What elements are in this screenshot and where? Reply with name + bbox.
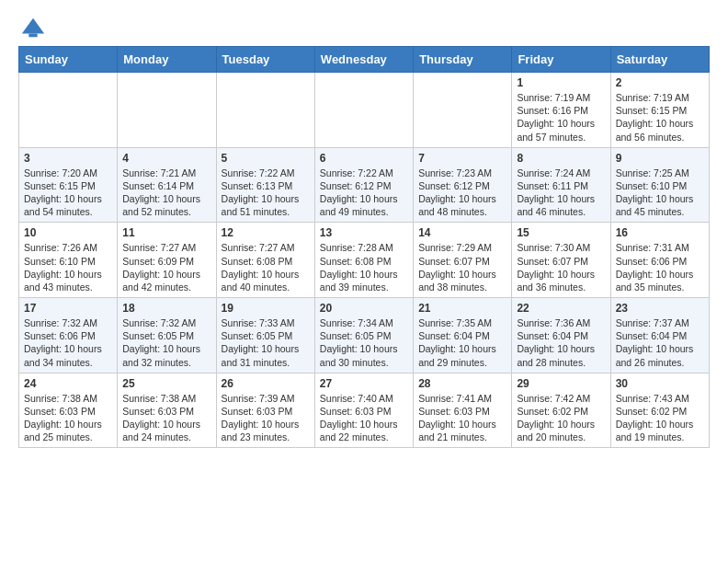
day-number: 14 [418, 226, 506, 239]
calendar-cell: 25Sunrise: 7:38 AMSunset: 6:03 PMDayligh… [118, 373, 216, 448]
calendar-cell: 16Sunrise: 7:31 AMSunset: 6:06 PMDayligh… [610, 223, 709, 298]
day-info: Sunrise: 7:28 AMSunset: 6:08 PMDaylight:… [320, 241, 408, 293]
calendar-cell [19, 73, 118, 148]
day-info: Sunrise: 7:27 AMSunset: 6:08 PMDaylight:… [222, 241, 310, 293]
calendar-cell: 15Sunrise: 7:30 AMSunset: 6:07 PMDayligh… [512, 223, 610, 298]
calendar-cell: 23Sunrise: 7:37 AMSunset: 6:04 PMDayligh… [610, 298, 709, 373]
day-number: 8 [517, 152, 605, 165]
calendar-cell: 9Sunrise: 7:25 AMSunset: 6:10 PMDaylight… [610, 147, 709, 223]
weekday-header-saturday: Saturday [610, 47, 709, 73]
day-number: 2 [616, 76, 704, 89]
calendar-cell: 30Sunrise: 7:43 AMSunset: 6:02 PMDayligh… [610, 373, 709, 448]
day-number: 6 [320, 152, 408, 165]
calendar-cell [216, 73, 314, 148]
day-info: Sunrise: 7:29 AMSunset: 6:07 PMDaylight:… [418, 241, 506, 293]
day-number: 26 [222, 377, 310, 390]
calendar-cell [414, 73, 512, 148]
calendar-cell: 18Sunrise: 7:32 AMSunset: 6:05 PMDayligh… [118, 298, 216, 373]
week-row-1: 1Sunrise: 7:19 AMSunset: 6:16 PMDaylight… [19, 73, 710, 148]
calendar-cell: 1Sunrise: 7:19 AMSunset: 6:16 PMDaylight… [512, 73, 610, 148]
calendar-cell: 11Sunrise: 7:27 AMSunset: 6:09 PMDayligh… [118, 223, 216, 298]
calendar-cell: 28Sunrise: 7:41 AMSunset: 6:03 PMDayligh… [414, 373, 512, 448]
weekday-header-tuesday: Tuesday [216, 47, 314, 73]
day-number: 28 [418, 377, 506, 390]
calendar-cell: 4Sunrise: 7:21 AMSunset: 6:14 PMDaylight… [118, 147, 216, 223]
day-info: Sunrise: 7:27 AMSunset: 6:09 PMDaylight:… [122, 241, 210, 293]
day-info: Sunrise: 7:19 AMSunset: 6:16 PMDaylight:… [517, 91, 605, 144]
calendar-cell: 26Sunrise: 7:39 AMSunset: 6:03 PMDayligh… [216, 373, 314, 448]
week-row-5: 24Sunrise: 7:38 AMSunset: 6:03 PMDayligh… [19, 373, 710, 448]
calendar-cell: 8Sunrise: 7:24 AMSunset: 6:11 PMDaylight… [512, 147, 610, 223]
day-info: Sunrise: 7:38 AMSunset: 6:03 PMDaylight:… [122, 392, 210, 444]
day-number: 13 [320, 226, 408, 239]
calendar-cell: 14Sunrise: 7:29 AMSunset: 6:07 PMDayligh… [414, 223, 512, 298]
weekday-header-sunday: Sunday [19, 47, 118, 73]
calendar-cell: 24Sunrise: 7:38 AMSunset: 6:03 PMDayligh… [19, 373, 118, 448]
day-info: Sunrise: 7:43 AMSunset: 6:02 PMDaylight:… [616, 392, 704, 444]
day-info: Sunrise: 7:19 AMSunset: 6:15 PMDaylight:… [616, 91, 704, 144]
day-info: Sunrise: 7:20 AMSunset: 6:15 PMDaylight:… [24, 167, 112, 219]
day-info: Sunrise: 7:38 AMSunset: 6:03 PMDaylight:… [24, 392, 112, 444]
day-number: 18 [122, 302, 210, 315]
day-info: Sunrise: 7:31 AMSunset: 6:06 PMDaylight:… [616, 241, 704, 293]
day-number: 27 [320, 377, 408, 390]
day-number: 25 [122, 377, 210, 390]
header [18, 15, 710, 37]
calendar-cell: 5Sunrise: 7:22 AMSunset: 6:13 PMDaylight… [216, 147, 314, 223]
day-info: Sunrise: 7:30 AMSunset: 6:07 PMDaylight:… [517, 241, 605, 293]
day-info: Sunrise: 7:33 AMSunset: 6:05 PMDaylight:… [222, 316, 310, 369]
calendar-cell: 17Sunrise: 7:32 AMSunset: 6:06 PMDayligh… [19, 298, 118, 373]
day-info: Sunrise: 7:36 AMSunset: 6:04 PMDaylight:… [517, 316, 605, 369]
logo-text [18, 15, 46, 40]
weekday-header-monday: Monday [118, 47, 216, 73]
day-number: 4 [122, 152, 210, 165]
day-number: 7 [418, 152, 506, 165]
calendar-cell: 10Sunrise: 7:26 AMSunset: 6:10 PMDayligh… [19, 223, 118, 298]
day-number: 21 [418, 302, 506, 315]
day-info: Sunrise: 7:34 AMSunset: 6:05 PMDaylight:… [320, 316, 408, 369]
day-info: Sunrise: 7:37 AMSunset: 6:04 PMDaylight:… [616, 316, 704, 369]
calendar: SundayMondayTuesdayWednesdayThursdayFrid… [18, 46, 710, 448]
day-number: 29 [517, 377, 605, 390]
day-info: Sunrise: 7:41 AMSunset: 6:03 PMDaylight:… [418, 392, 506, 444]
calendar-cell [118, 73, 216, 148]
day-number: 15 [517, 226, 605, 239]
weekday-header-row: SundayMondayTuesdayWednesdayThursdayFrid… [19, 47, 710, 73]
day-number: 12 [222, 226, 310, 239]
day-number: 9 [616, 152, 704, 165]
calendar-cell: 12Sunrise: 7:27 AMSunset: 6:08 PMDayligh… [216, 223, 314, 298]
page: SundayMondayTuesdayWednesdayThursdayFrid… [0, 0, 728, 463]
weekday-header-thursday: Thursday [414, 47, 512, 73]
calendar-cell: 3Sunrise: 7:20 AMSunset: 6:15 PMDaylight… [19, 147, 118, 223]
day-number: 10 [24, 226, 112, 239]
day-info: Sunrise: 7:32 AMSunset: 6:05 PMDaylight:… [122, 316, 210, 369]
calendar-cell: 6Sunrise: 7:22 AMSunset: 6:12 PMDaylight… [314, 147, 413, 223]
day-number: 11 [122, 226, 210, 239]
svg-rect-1 [28, 34, 37, 38]
calendar-cell: 22Sunrise: 7:36 AMSunset: 6:04 PMDayligh… [512, 298, 610, 373]
day-number: 30 [616, 377, 704, 390]
day-info: Sunrise: 7:42 AMSunset: 6:02 PMDaylight:… [517, 392, 605, 444]
logo [18, 15, 46, 37]
calendar-cell [314, 73, 413, 148]
day-info: Sunrise: 7:25 AMSunset: 6:10 PMDaylight:… [616, 167, 704, 219]
day-number: 16 [616, 226, 704, 239]
day-number: 5 [222, 152, 310, 165]
calendar-cell: 29Sunrise: 7:42 AMSunset: 6:02 PMDayligh… [512, 373, 610, 448]
day-info: Sunrise: 7:22 AMSunset: 6:13 PMDaylight:… [222, 167, 310, 219]
day-info: Sunrise: 7:40 AMSunset: 6:03 PMDaylight:… [320, 392, 408, 444]
calendar-cell: 27Sunrise: 7:40 AMSunset: 6:03 PMDayligh… [314, 373, 413, 448]
day-number: 20 [320, 302, 408, 315]
day-number: 23 [616, 302, 704, 315]
logo-icon [20, 15, 46, 40]
day-number: 3 [24, 152, 112, 165]
day-number: 19 [222, 302, 310, 315]
calendar-cell: 21Sunrise: 7:35 AMSunset: 6:04 PMDayligh… [414, 298, 512, 373]
day-info: Sunrise: 7:22 AMSunset: 6:12 PMDaylight:… [320, 167, 408, 219]
weekday-header-friday: Friday [512, 47, 610, 73]
week-row-3: 10Sunrise: 7:26 AMSunset: 6:10 PMDayligh… [19, 223, 710, 298]
calendar-cell: 2Sunrise: 7:19 AMSunset: 6:15 PMDaylight… [610, 73, 709, 148]
day-number: 1 [517, 76, 605, 89]
svg-marker-0 [22, 18, 44, 34]
calendar-cell: 13Sunrise: 7:28 AMSunset: 6:08 PMDayligh… [314, 223, 413, 298]
